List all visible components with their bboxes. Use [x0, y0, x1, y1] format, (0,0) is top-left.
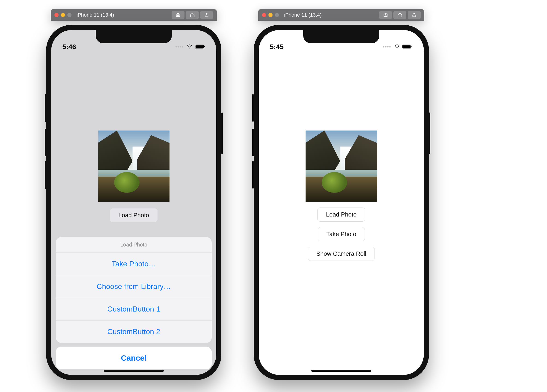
window-titlebar[interactable]: iPhone 11 (13.4): [51, 9, 217, 21]
home-indicator[interactable]: [311, 370, 371, 372]
share-icon[interactable]: [200, 11, 213, 19]
sheet-item-custom-2[interactable]: CustomButton 2: [56, 321, 212, 343]
action-sheet-group: Load Photo Take Photo… Choose from Libra…: [56, 237, 212, 343]
share-icon[interactable]: [408, 11, 421, 19]
window-title: iPhone 11 (13.4): [76, 12, 169, 18]
minimize-icon[interactable]: [61, 13, 65, 17]
photo-preview: [98, 131, 170, 202]
home-icon[interactable]: [393, 11, 406, 19]
traffic-lights: [262, 13, 279, 17]
home-indicator[interactable]: [104, 370, 164, 372]
load-photo-button[interactable]: Load Photo: [317, 207, 365, 222]
take-photo-button[interactable]: Take Photo: [318, 227, 365, 241]
device-frame: 5:46 Load Photo Load Photo Take Photo…: [46, 25, 221, 380]
svg-point-0: [177, 14, 179, 16]
sheet-item-choose-lib[interactable]: Choose from Library…: [56, 275, 212, 298]
home-icon[interactable]: [186, 11, 199, 19]
zoom-icon[interactable]: [67, 13, 71, 17]
simulator-right: iPhone 11 (13.4) 5:45 L: [254, 9, 429, 380]
window-title: iPhone 11 (13.4): [284, 12, 376, 18]
photo-preview: [306, 131, 377, 202]
sheet-item-custom-1[interactable]: CustomButton 1: [56, 298, 212, 321]
sheet-cancel-button[interactable]: Cancel: [56, 347, 212, 369]
simulator-left: iPhone 11 (13.4) 5:46 L: [46, 9, 221, 380]
window-titlebar[interactable]: iPhone 11 (13.4): [258, 9, 424, 21]
device-screen: 5:46 Load Photo Load Photo Take Photo…: [51, 30, 216, 375]
screenshot-icon[interactable]: [171, 11, 185, 19]
close-icon[interactable]: [262, 13, 266, 17]
close-icon[interactable]: [55, 13, 59, 17]
load-photo-button[interactable]: Load Photo: [110, 208, 157, 222]
minimize-icon[interactable]: [268, 13, 273, 17]
traffic-lights: [55, 13, 71, 17]
app-content: Load Photo Take Photo Show Camera Roll: [259, 30, 424, 375]
svg-point-5: [385, 14, 386, 16]
show-camera-roll-button[interactable]: Show Camera Roll: [308, 247, 375, 261]
action-sheet: Load Photo Take Photo… Choose from Libra…: [56, 237, 212, 369]
device-frame: 5:45 Load Photo Take Photo Show Camera R…: [254, 25, 429, 380]
action-sheet-title: Load Photo: [56, 237, 212, 253]
sheet-item-take-photo[interactable]: Take Photo…: [56, 253, 212, 275]
screenshot-icon[interactable]: [379, 11, 392, 19]
zoom-icon[interactable]: [275, 13, 279, 17]
device-screen: 5:45 Load Photo Take Photo Show Camera R…: [259, 30, 424, 375]
